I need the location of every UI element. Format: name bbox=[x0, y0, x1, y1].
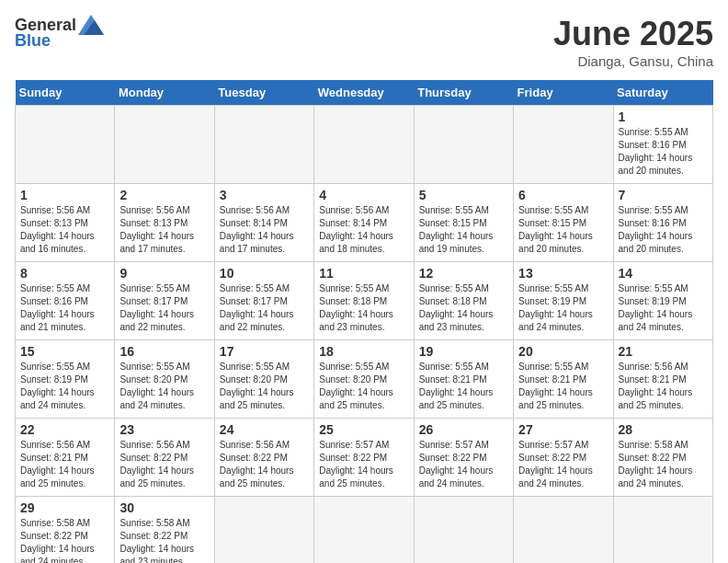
day-number: 19 bbox=[419, 344, 508, 359]
day-number: 20 bbox=[518, 344, 608, 359]
calendar-cell bbox=[414, 106, 513, 184]
title-area: June 2025 Dianga, Gansu, China bbox=[553, 15, 713, 69]
weekday-header-friday: Friday bbox=[514, 80, 613, 106]
day-info: Sunrise: 5:55 AMSunset: 8:16 PMDaylight:… bbox=[619, 126, 708, 178]
calendar-cell: 10Sunrise: 5:55 AMSunset: 8:17 PMDayligh… bbox=[214, 262, 313, 340]
weekday-header-thursday: Thursday bbox=[414, 80, 513, 106]
calendar-cell: 20Sunrise: 5:55 AMSunset: 8:21 PMDayligh… bbox=[514, 340, 613, 419]
day-number: 2 bbox=[119, 188, 209, 202]
weekday-header-monday: Monday bbox=[115, 80, 214, 106]
calendar-cell bbox=[613, 497, 712, 564]
day-number: 7 bbox=[619, 188, 708, 202]
day-number: 6 bbox=[518, 188, 608, 202]
day-number: 27 bbox=[518, 422, 608, 437]
day-info: Sunrise: 5:56 AMSunset: 8:21 PMDaylight:… bbox=[20, 439, 109, 490]
calendar-week-1: 1Sunrise: 5:56 AMSunset: 8:13 PMDaylight… bbox=[16, 184, 713, 262]
weekday-header-sunday: Sunday bbox=[16, 80, 115, 106]
day-number: 1 bbox=[20, 188, 109, 202]
calendar-cell bbox=[314, 106, 414, 184]
calendar-cell: 25Sunrise: 5:57 AMSunset: 8:22 PMDayligh… bbox=[314, 419, 414, 497]
day-info: Sunrise: 5:55 AMSunset: 8:19 PMDaylight:… bbox=[619, 282, 708, 334]
day-number: 3 bbox=[220, 188, 309, 202]
day-number: 28 bbox=[619, 422, 708, 437]
day-info: Sunrise: 5:55 AMSunset: 8:21 PMDaylight:… bbox=[518, 361, 608, 412]
day-number: 4 bbox=[319, 188, 408, 202]
day-info: Sunrise: 5:56 AMSunset: 8:14 PMDaylight:… bbox=[319, 204, 408, 256]
day-info: Sunrise: 5:55 AMSunset: 8:19 PMDaylight:… bbox=[20, 361, 109, 412]
calendar-cell: 11Sunrise: 5:55 AMSunset: 8:18 PMDayligh… bbox=[314, 262, 414, 340]
weekday-header-wednesday: Wednesday bbox=[314, 80, 414, 106]
weekday-header-row: SundayMondayTuesdayWednesdayThursdayFrid… bbox=[16, 80, 713, 106]
logo: General Blue bbox=[15, 15, 104, 51]
calendar-cell: 14Sunrise: 5:55 AMSunset: 8:19 PMDayligh… bbox=[613, 262, 712, 340]
calendar-cell: 1Sunrise: 5:55 AMSunset: 8:16 PMDaylight… bbox=[613, 106, 712, 184]
day-info: Sunrise: 5:58 AMSunset: 8:22 PMDaylight:… bbox=[119, 517, 209, 563]
calendar-cell: 18Sunrise: 5:55 AMSunset: 8:20 PMDayligh… bbox=[314, 340, 414, 419]
day-number: 8 bbox=[20, 266, 109, 281]
calendar-cell: 5Sunrise: 5:55 AMSunset: 8:15 PMDaylight… bbox=[414, 184, 513, 262]
calendar-cell: 24Sunrise: 5:56 AMSunset: 8:22 PMDayligh… bbox=[214, 419, 313, 497]
logo-blue-text: Blue bbox=[15, 31, 51, 51]
calendar-cell: 6Sunrise: 5:55 AMSunset: 8:15 PMDaylight… bbox=[514, 184, 613, 262]
calendar-cell: 7Sunrise: 5:55 AMSunset: 8:16 PMDaylight… bbox=[613, 184, 712, 262]
calendar-cell: 30Sunrise: 5:58 AMSunset: 8:22 PMDayligh… bbox=[115, 497, 214, 564]
calendar-cell: 2Sunrise: 5:56 AMSunset: 8:13 PMDaylight… bbox=[115, 184, 214, 262]
day-number: 14 bbox=[619, 266, 708, 281]
day-number: 23 bbox=[119, 422, 209, 437]
day-info: Sunrise: 5:56 AMSunset: 8:13 PMDaylight:… bbox=[119, 204, 209, 256]
day-number: 11 bbox=[319, 266, 408, 281]
calendar-body: 1Sunrise: 5:55 AMSunset: 8:16 PMDaylight… bbox=[16, 106, 713, 564]
calendar-cell: 23Sunrise: 5:56 AMSunset: 8:22 PMDayligh… bbox=[115, 419, 214, 497]
calendar-cell: 12Sunrise: 5:55 AMSunset: 8:18 PMDayligh… bbox=[414, 262, 513, 340]
calendar-subtitle: Dianga, Gansu, China bbox=[553, 53, 713, 69]
weekday-header-saturday: Saturday bbox=[613, 80, 712, 106]
calendar-table: SundayMondayTuesdayWednesdayThursdayFrid… bbox=[15, 80, 713, 563]
calendar-cell: 19Sunrise: 5:55 AMSunset: 8:21 PMDayligh… bbox=[414, 340, 513, 419]
day-info: Sunrise: 5:58 AMSunset: 8:22 PMDaylight:… bbox=[20, 517, 109, 563]
day-number: 15 bbox=[20, 344, 109, 359]
day-number: 18 bbox=[319, 344, 408, 359]
calendar-cell: 26Sunrise: 5:57 AMSunset: 8:22 PMDayligh… bbox=[414, 419, 513, 497]
calendar-cell bbox=[314, 497, 414, 564]
calendar-cell: 28Sunrise: 5:58 AMSunset: 8:22 PMDayligh… bbox=[613, 419, 712, 497]
day-number: 22 bbox=[20, 422, 109, 437]
day-number: 26 bbox=[419, 422, 508, 437]
weekday-header-tuesday: Tuesday bbox=[214, 80, 313, 106]
calendar-cell: 9Sunrise: 5:55 AMSunset: 8:17 PMDaylight… bbox=[115, 262, 214, 340]
calendar-week-4: 22Sunrise: 5:56 AMSunset: 8:21 PMDayligh… bbox=[16, 419, 713, 497]
day-number: 21 bbox=[619, 344, 708, 359]
day-number: 24 bbox=[220, 422, 309, 437]
day-info: Sunrise: 5:56 AMSunset: 8:22 PMDaylight:… bbox=[119, 439, 209, 490]
calendar-cell: 13Sunrise: 5:55 AMSunset: 8:19 PMDayligh… bbox=[514, 262, 613, 340]
calendar-cell bbox=[115, 106, 214, 184]
day-info: Sunrise: 5:57 AMSunset: 8:22 PMDaylight:… bbox=[419, 439, 508, 490]
calendar-title: June 2025 bbox=[553, 15, 713, 53]
day-number: 30 bbox=[119, 500, 209, 515]
calendar-cell bbox=[514, 106, 613, 184]
day-info: Sunrise: 5:56 AMSunset: 8:13 PMDaylight:… bbox=[20, 204, 109, 256]
day-info: Sunrise: 5:55 AMSunset: 8:17 PMDaylight:… bbox=[119, 282, 209, 334]
calendar-cell: 22Sunrise: 5:56 AMSunset: 8:21 PMDayligh… bbox=[16, 419, 115, 497]
calendar-week-0: 1Sunrise: 5:55 AMSunset: 8:16 PMDaylight… bbox=[16, 106, 713, 184]
day-info: Sunrise: 5:55 AMSunset: 8:17 PMDaylight:… bbox=[220, 282, 309, 334]
day-info: Sunrise: 5:56 AMSunset: 8:14 PMDaylight:… bbox=[220, 204, 309, 256]
calendar-cell bbox=[214, 106, 313, 184]
day-info: Sunrise: 5:55 AMSunset: 8:18 PMDaylight:… bbox=[419, 282, 508, 334]
calendar-cell: 17Sunrise: 5:55 AMSunset: 8:20 PMDayligh… bbox=[214, 340, 313, 419]
day-number: 10 bbox=[220, 266, 309, 281]
day-info: Sunrise: 5:57 AMSunset: 8:22 PMDaylight:… bbox=[319, 439, 408, 490]
calendar-cell: 3Sunrise: 5:56 AMSunset: 8:14 PMDaylight… bbox=[214, 184, 313, 262]
day-number: 17 bbox=[220, 344, 309, 359]
calendar-cell: 29Sunrise: 5:58 AMSunset: 8:22 PMDayligh… bbox=[16, 497, 115, 564]
logo-icon bbox=[78, 15, 104, 35]
header: General Blue June 2025 Dianga, Gansu, Ch… bbox=[15, 15, 713, 69]
day-number: 1 bbox=[619, 109, 708, 124]
calendar-week-2: 8Sunrise: 5:55 AMSunset: 8:16 PMDaylight… bbox=[16, 262, 713, 340]
calendar-week-5: 29Sunrise: 5:58 AMSunset: 8:22 PMDayligh… bbox=[16, 497, 713, 564]
day-info: Sunrise: 5:55 AMSunset: 8:21 PMDaylight:… bbox=[419, 361, 508, 412]
calendar-cell: 21Sunrise: 5:56 AMSunset: 8:21 PMDayligh… bbox=[613, 340, 712, 419]
calendar-cell: 15Sunrise: 5:55 AMSunset: 8:19 PMDayligh… bbox=[16, 340, 115, 419]
calendar-cell: 4Sunrise: 5:56 AMSunset: 8:14 PMDaylight… bbox=[314, 184, 414, 262]
day-info: Sunrise: 5:58 AMSunset: 8:22 PMDaylight:… bbox=[619, 439, 708, 490]
calendar-cell bbox=[16, 106, 115, 184]
